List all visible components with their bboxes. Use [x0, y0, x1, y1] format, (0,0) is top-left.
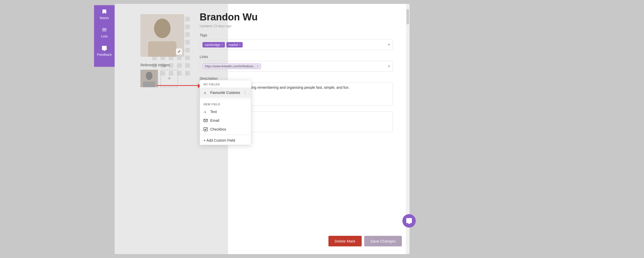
tag-markd-remove[interactable]: × [239, 43, 240, 46]
svg-rect-0 [102, 28, 107, 29]
save-changes-button[interactable]: Save Changes [364, 236, 402, 246]
links-dropdown-arrow[interactable]: ▼ [387, 64, 391, 68]
chat-icon [101, 45, 107, 51]
email-label: Email [210, 118, 219, 123]
updated-text: Updated 13 days ago [200, 24, 393, 28]
svg-point-4 [154, 19, 171, 38]
sidebar-item-lists[interactable]: Lists [94, 23, 115, 42]
chat-bubble-icon [406, 217, 412, 224]
pencil-icon [177, 50, 181, 53]
dropdown-item-checkbox[interactable]: Checkbox [200, 125, 251, 134]
svg-text:A: A [204, 91, 206, 95]
tags-label: Tags [200, 33, 393, 37]
tag-cambridge-text: cambridge [205, 43, 220, 47]
svg-text:A: A [204, 110, 206, 114]
red-arrow [157, 85, 198, 86]
link-text: https://www.linkedin.com/in/thebran... [205, 64, 256, 68]
sidebar-marks-label: Marks [100, 16, 109, 20]
bookmark-icon [101, 9, 107, 14]
svg-rect-8 [143, 82, 155, 87]
text-field-icon: A [204, 91, 208, 95]
links-container[interactable]: https://www.linkedin.com/in/thebran... ×… [200, 61, 393, 72]
sidebar-item-marks[interactable]: Marks [94, 5, 115, 23]
sidebar-lists-label: Lists [101, 34, 108, 38]
new-field-header: NEW FIELD [200, 100, 251, 107]
chat-bubble-button[interactable] [402, 214, 416, 228]
link-remove[interactable]: × [257, 65, 258, 68]
dropdown-item-favourite-cuisines[interactable]: A Favourite Cuisines ⋮ [200, 87, 251, 98]
svg-rect-11 [204, 119, 207, 122]
my-fields-header: MY FIELDS [200, 80, 251, 87]
tag-markd[interactable]: markd × [226, 42, 243, 47]
more-options-icon[interactable]: ⋮ [243, 90, 247, 95]
svg-rect-2 [102, 31, 107, 31]
tag-cambridge-remove[interactable]: × [221, 43, 223, 46]
svg-point-7 [146, 72, 152, 80]
delete-mark-button[interactable]: Delete Mark [328, 236, 362, 246]
dropdown-item-text[interactable]: A Text [200, 107, 251, 116]
ref-image-thumbnail [140, 70, 158, 87]
sidebar-arrow [94, 59, 115, 67]
email-type-icon [204, 118, 208, 123]
scrollbar-thumb[interactable] [406, 9, 409, 25]
sidebar: Marks Lists Feedback [94, 0, 115, 258]
dropdown-divider [200, 99, 251, 99]
add-custom-label: + Add Custom Field [204, 138, 235, 142]
tag-markd-text: markd [228, 43, 238, 47]
tags-container[interactable]: cambridge × markd × ▼ [200, 39, 393, 50]
sidebar-feedback-label: Feedback [97, 53, 112, 57]
edit-image-button[interactable] [176, 49, 182, 55]
text-type-icon: A [204, 110, 208, 114]
dropdown-item-email[interactable]: Email [200, 116, 251, 125]
modal-container: Reference Images + Brandon Wu Updated 13… [115, 4, 410, 254]
arrow-indicator [157, 85, 198, 86]
checkbox-type-icon [204, 127, 208, 131]
dropdown-menu: MY FIELDS A Favourite Cuisines ⋮ NEW FIE… [200, 80, 251, 145]
tags-dropdown-arrow[interactable]: ▼ [387, 43, 391, 46]
links-label: Links [200, 55, 393, 59]
dropdown-item-add-custom[interactable]: + Add Custom Field [200, 136, 251, 145]
add-reference-image-button[interactable]: + [160, 70, 178, 87]
svg-rect-12 [204, 127, 207, 131]
text-label: Text [210, 110, 217, 114]
link-linkedin[interactable]: https://www.linkedin.com/in/thebran... × [202, 63, 261, 69]
sidebar-item-feedback[interactable]: Feedback [94, 42, 115, 67]
profile-image-container [140, 14, 184, 57]
ref-image-1[interactable] [140, 70, 158, 87]
person-name: Brandon Wu [200, 12, 393, 23]
list-icon [101, 27, 107, 33]
checkbox-label: Checkbox [210, 127, 226, 131]
bottom-buttons: Delete Mark Save Changes [328, 236, 402, 246]
tag-cambridge[interactable]: cambridge × [202, 42, 225, 47]
dropdown-divider-2 [200, 135, 251, 135]
svg-rect-5 [148, 41, 176, 57]
favourite-cuisines-label: Favourite Cuisines [210, 91, 240, 95]
svg-rect-1 [102, 29, 107, 30]
